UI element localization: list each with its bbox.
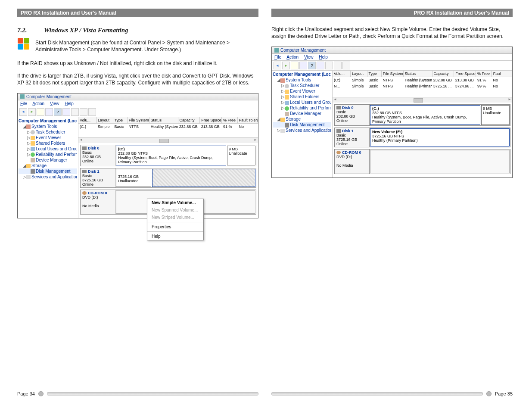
partition-unallocated[interactable]: 3725.16 GBUnallocated	[116, 169, 151, 187]
tree-disk-management[interactable]: Disk Management	[19, 168, 77, 174]
page-number: Page 34	[17, 391, 35, 396]
menu-view[interactable]: View	[304, 55, 314, 59]
toolbar-button[interactable]	[334, 62, 342, 69]
partition-unallocated[interactable]: 9 MBUnallocate	[481, 105, 510, 125]
paragraph: If the drive is larger than 2TB, if usin…	[17, 72, 258, 86]
partition[interactable]: (C:) 232.88 GB NTFS Healthy (System, Boo…	[370, 105, 480, 125]
screenshot-disk-management-after: Computer Management File Action View Hel…	[271, 47, 513, 178]
forward-button[interactable]	[282, 62, 290, 69]
tree-item[interactable]: ▷Task Scheduler	[273, 83, 331, 88]
navigation-tree[interactable]: Computer Management (Local ◢System Tools…	[18, 117, 78, 218]
tree-item[interactable]: ▷Local Users and Groups	[273, 100, 331, 105]
page-header-right: PRO RX Installation and User's Manual	[271, 9, 513, 17]
toolbar-button[interactable]	[80, 108, 87, 116]
menu-view[interactable]: View	[50, 101, 59, 106]
toolbar-button[interactable]	[45, 108, 53, 116]
ctx-new-striped-volume: New Striped Volume...	[147, 214, 203, 221]
screenshot-disk-management-before: Computer Management File Action View Hel…	[17, 93, 258, 218]
tree-item[interactable]: ▷Shared Folders	[19, 140, 77, 146]
ctx-properties[interactable]: Properties	[147, 223, 203, 230]
menu-help[interactable]: Help	[65, 101, 74, 106]
menu-action[interactable]: Action	[286, 55, 299, 59]
tree-storage[interactable]: ◢Storage	[273, 116, 331, 122]
partition-unallocated[interactable]: 9 MBUnallocate	[227, 146, 255, 165]
partition-new-volume[interactable]: New Volume (E:) 3725.16 GB NTFS Healthy …	[370, 128, 510, 146]
tree-item[interactable]: ▷Event Viewer	[273, 88, 331, 94]
toolbar-button[interactable]	[299, 62, 307, 69]
menu-bar[interactable]: File Action View Help	[18, 100, 258, 107]
scrollbar[interactable]	[78, 137, 258, 143]
toolbar-button[interactable]	[291, 62, 299, 69]
ctx-help[interactable]: Help	[147, 233, 203, 240]
tree-system-tools[interactable]: ◢System Tools	[19, 124, 77, 129]
toolbar: ?	[18, 107, 258, 117]
disk-row[interactable]: Disk 0 Basic232.88 GBOnline (C:) 232.88 …	[334, 104, 510, 126]
toolbar-button[interactable]	[37, 108, 44, 116]
ctx-new-simple-volume[interactable]: New Simple Volume...	[147, 199, 203, 206]
tree-item[interactable]: ▷Shared Folders	[273, 94, 331, 100]
disk-row[interactable]: Disk 1 Basic3725.16 GBOnline 3725.16 GBU…	[80, 168, 256, 188]
page-left: PRO RX Installation and User's Manual 7.…	[17, 9, 258, 396]
menu-file[interactable]: File	[274, 55, 281, 59]
tree-item[interactable]: ▷Task Scheduler	[19, 129, 77, 135]
app-icon	[20, 94, 25, 99]
paragraph: Right click the Unallocated segment and …	[271, 26, 513, 40]
paragraph: Start Disk Management (can be found at C…	[35, 39, 258, 53]
tree-root[interactable]: Computer Management (Local	[19, 118, 77, 124]
toolbar: ?	[272, 61, 512, 71]
disk-icon	[336, 129, 341, 133]
page-right: PRO RX Installation and User's Manual Ri…	[271, 9, 513, 396]
menu-file[interactable]: File	[20, 101, 27, 106]
back-button[interactable]	[19, 108, 27, 116]
tree-item[interactable]: ▷Reliability and Performa	[273, 105, 331, 111]
tree-item[interactable]: ▷Reliability and Performa	[19, 152, 77, 157]
menu-help[interactable]: Help	[319, 55, 328, 59]
tree-system-tools[interactable]: ◢System Tools	[273, 77, 331, 83]
footer-bar	[271, 392, 483, 395]
disk-row[interactable]: Disk 1 Basic3725.16 GBOnline New Volume …	[334, 128, 510, 147]
toolbar-button[interactable]: ?	[54, 108, 62, 116]
tree-services[interactable]: ▷Services and Applications	[273, 128, 331, 133]
disk-icon	[82, 146, 87, 150]
context-menu[interactable]: New Simple Volume... New Spanned Volume.…	[147, 199, 204, 240]
disk-row[interactable]: CD-ROM 0 DVD (D:) No Media	[334, 149, 510, 174]
toolbar-button[interactable]	[88, 108, 96, 116]
menu-action[interactable]: Action	[32, 101, 44, 106]
toolbar-button[interactable]	[317, 62, 324, 69]
disk-row[interactable]: Disk 0 Basic232.88 GBOnline (C:) 232.88 …	[80, 145, 256, 166]
tree-services[interactable]: ▷Services and Applications	[19, 174, 77, 180]
volume-row[interactable]: N...SimpleBasicNTFSHealthy (Primary Part…	[333, 83, 512, 89]
toolbar-button[interactable]	[62, 108, 70, 116]
empty-media	[370, 150, 510, 173]
partition-unallocated-large[interactable]	[152, 169, 255, 187]
page-number: Page 35	[495, 391, 513, 396]
tree-item[interactable]: ▷Event Viewer	[19, 135, 77, 140]
toolbar-button[interactable]	[325, 62, 333, 69]
back-button[interactable]	[274, 62, 281, 69]
volume-row[interactable]: (C:)SimpleBasicNTFSHealthy (System, Boot…	[78, 124, 258, 130]
tree-item[interactable]: Device Manager	[19, 157, 77, 163]
toolbar-button[interactable]	[71, 108, 79, 116]
section-title-text: Windows XP / Vista Formatting	[44, 27, 128, 34]
tree-item[interactable]: ▷Local Users and Groups	[19, 146, 77, 152]
toolbar-button[interactable]: ?	[308, 62, 316, 69]
menu-bar[interactable]: File Action View Help	[272, 54, 512, 61]
scrollbar[interactable]	[333, 97, 512, 103]
cdrom-icon	[336, 151, 341, 154]
footer-knob-icon	[486, 391, 492, 396]
forward-button[interactable]	[28, 108, 36, 116]
volume-row[interactable]: (C:)SimpleBasicNTFSHealthy (System, Boot…	[333, 77, 512, 83]
partition[interactable]: (C:) 232.88 GB NTFS Healthy (System, Boo…	[116, 146, 226, 165]
window-title: Computer Management	[272, 47, 512, 54]
footer-bar	[47, 392, 258, 395]
cdrom-icon	[82, 191, 87, 195]
disk-header: CD-ROM 0 DVD (D:) No Media	[81, 190, 115, 214]
toolbar-button[interactable]	[342, 62, 350, 69]
navigation-tree[interactable]: Computer Management (Local ◢System Tools…	[272, 71, 333, 177]
volume-list-header: Volu...LayoutTypeFile SystemStatusCapaci…	[333, 71, 512, 77]
volume-list-header: Volu...LayoutTypeFile SystemStatusCapaci…	[78, 117, 258, 124]
tree-disk-management[interactable]: Disk Management	[273, 122, 331, 128]
tree-root[interactable]: Computer Management (Local	[273, 72, 331, 77]
tree-item[interactable]: Device Manager	[273, 111, 331, 116]
tree-storage[interactable]: ◢Storage	[19, 163, 77, 168]
